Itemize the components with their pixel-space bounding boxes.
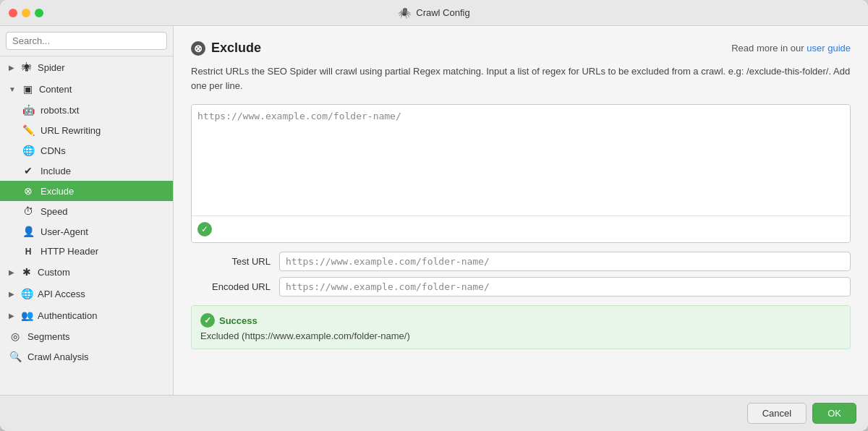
sidebar-label-cdns: CDNs: [41, 145, 66, 156]
spider-icon: 🕷: [20, 61, 33, 73]
chevron-right-icon: ▶: [9, 290, 14, 298]
regex-textarea[interactable]: [192, 105, 850, 213]
traffic-lights: [9, 9, 43, 17]
valid-check-icon: ✓: [197, 222, 212, 236]
success-message: Excluded (https://www.example.com/folder…: [200, 330, 841, 341]
url-rewriting-icon: ✏️: [22, 124, 35, 136]
sidebar-item-api-access[interactable]: ▶ 🌐 API Access: [0, 283, 173, 304]
chevron-right-icon: ▶: [9, 268, 14, 276]
sidebar-item-custom[interactable]: ▶ ✱ Custom: [0, 261, 173, 283]
page-title-row: ⊗ Exclude: [191, 40, 261, 56]
sidebar-label-authentication: Authentication: [38, 310, 97, 321]
content-area: ▶ 🕷 Spider ▼ ▣ Content 🤖 robots.txt ✏️ U…: [0, 26, 868, 395]
encoded-url-input[interactable]: [279, 277, 851, 296]
sidebar-item-speed[interactable]: ⏱ Speed: [0, 201, 173, 221]
sidebar-item-http-header[interactable]: H HTTP Header: [0, 242, 173, 261]
authentication-icon: 👥: [20, 310, 33, 321]
sidebar-label-crawl-analysis: Crawl Analysis: [27, 351, 89, 362]
user-guide-link[interactable]: user guide: [807, 43, 851, 54]
robots-icon: 🤖: [22, 104, 35, 116]
chevron-down-icon: ▶: [9, 64, 14, 72]
sidebar-item-robots[interactable]: 🤖 robots.txt: [0, 100, 173, 120]
sidebar-item-authentication[interactable]: ▶ 👥 Authentication: [0, 304, 173, 326]
cancel-button[interactable]: Cancel: [747, 403, 807, 424]
search-container: [0, 26, 173, 56]
sidebar-label-robots: robots.txt: [41, 105, 79, 116]
title-icon: 🕷️: [398, 7, 412, 20]
success-banner: ✓ Success Excluded (https://www.example.…: [191, 305, 851, 349]
titlebar: 🕷️ Crawl Config: [0, 0, 868, 26]
main-header: ⊗ Exclude Read more in our user guide: [191, 40, 851, 56]
encoded-url-row: Encoded URL: [191, 277, 851, 296]
sidebar-label-http-header: HTTP Header: [41, 246, 98, 257]
sidebar-item-spider[interactable]: ▶ 🕷 Spider: [0, 56, 173, 78]
success-check-icon: ✓: [200, 313, 215, 328]
sidebar-label-include: Include: [41, 166, 71, 176]
cdns-icon: 🌐: [22, 145, 35, 156]
maximize-button[interactable]: [35, 9, 43, 17]
sidebar-item-crawl-analysis[interactable]: 🔍 Crawl Analysis: [0, 346, 173, 367]
sidebar-label-api-access: API Access: [38, 289, 85, 299]
ok-button[interactable]: OK: [812, 403, 856, 424]
title-text: Crawl Config: [416, 7, 469, 18]
sidebar-label-user-agent: User-Agent: [41, 226, 88, 237]
close-button[interactable]: [9, 9, 17, 17]
include-icon: ✔: [22, 165, 35, 176]
exclude-icon: ⊗: [22, 185, 35, 197]
segments-icon: ◎: [9, 330, 22, 342]
window-title: 🕷️ Crawl Config: [398, 7, 469, 20]
chevron-right-icon: ▶: [9, 312, 14, 320]
sidebar-label-custom: Custom: [38, 267, 70, 278]
app-window: 🕷️ Crawl Config ▶ 🕷 Spider ▼ ▣ Content: [0, 0, 868, 431]
sidebar-item-cdns[interactable]: 🌐 CDNs: [0, 140, 173, 161]
minimize-button[interactable]: [22, 9, 30, 17]
page-title: Exclude: [211, 40, 261, 56]
validation-row: ✓: [192, 216, 850, 242]
content-icon: ▣: [22, 83, 35, 95]
sidebar-label-exclude: Exclude: [41, 186, 74, 197]
description-text: Restrict URLs the SEO Spider will crawl …: [191, 64, 851, 93]
sidebar-item-exclude[interactable]: ⊗ Exclude: [0, 181, 173, 201]
regex-textarea-container: ✓: [191, 104, 851, 243]
api-access-icon: 🌐: [20, 288, 33, 299]
encoded-url-label: Encoded URL: [191, 281, 271, 292]
sidebar-item-segments[interactable]: ◎ Segments: [0, 326, 173, 346]
sidebar-label-segments: Segments: [27, 331, 70, 342]
test-url-row: Test URL: [191, 252, 851, 271]
sidebar: ▶ 🕷 Spider ▼ ▣ Content 🤖 robots.txt ✏️ U…: [0, 26, 174, 395]
user-agent-icon: 👤: [22, 226, 35, 237]
sidebar-item-include[interactable]: ✔ Include: [0, 161, 173, 181]
main-panel: ⊗ Exclude Read more in our user guide Re…: [174, 26, 868, 395]
success-title: ✓ Success: [200, 313, 841, 328]
footer: Cancel OK: [0, 395, 868, 431]
user-guide-text: Read more in our user guide: [731, 43, 851, 54]
sidebar-label-spider: Spider: [38, 62, 65, 73]
sidebar-item-user-agent[interactable]: 👤 User-Agent: [0, 221, 173, 242]
crawl-analysis-icon: 🔍: [9, 351, 22, 362]
sidebar-item-url-rewriting[interactable]: ✏️ URL Rewriting: [0, 120, 173, 140]
custom-icon: ✱: [20, 266, 33, 278]
sidebar-label-url-rewriting: URL Rewriting: [41, 125, 101, 136]
speed-icon: ⏱: [22, 205, 35, 217]
sidebar-item-content[interactable]: ▼ ▣ Content: [0, 78, 173, 100]
exclude-circle-icon: ⊗: [191, 41, 205, 56]
test-url-input[interactable]: [279, 252, 851, 271]
http-header-icon: H: [22, 247, 35, 257]
search-input[interactable]: [6, 32, 167, 50]
sidebar-label-speed: Speed: [41, 206, 68, 217]
sidebar-label-content: Content: [39, 84, 72, 95]
test-url-label: Test URL: [191, 256, 271, 267]
chevron-down-icon: ▼: [9, 85, 16, 93]
